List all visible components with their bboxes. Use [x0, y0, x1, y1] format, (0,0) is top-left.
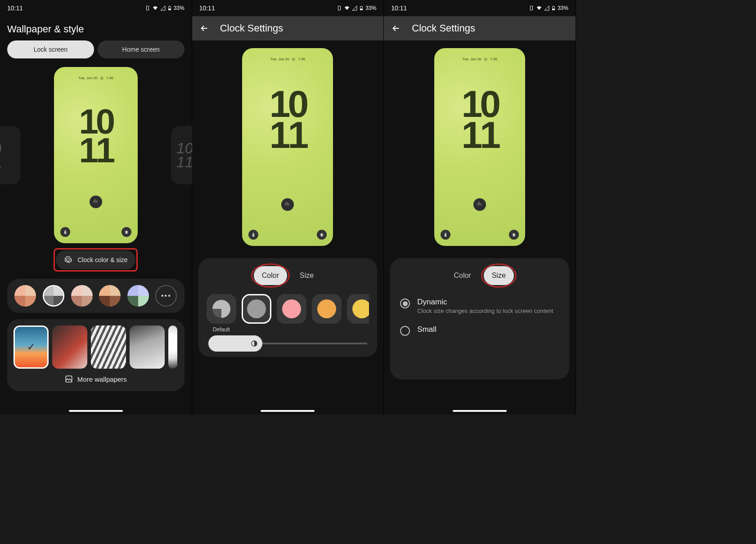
wifi-icon: [152, 5, 158, 11]
preview-bottom-icons: [54, 227, 138, 237]
color-option-label: Default: [213, 326, 230, 333]
wallpaper-card: ✓ More wallpapers: [7, 319, 184, 391]
svg-rect-3: [169, 6, 170, 6]
theme-swatch-4[interactable]: [99, 285, 121, 307]
gear-icon: [64, 256, 72, 264]
home-icon: [122, 227, 131, 237]
page-title: Wallpaper & style: [0, 16, 192, 40]
battery-percent: 33%: [365, 5, 376, 11]
back-arrow-icon[interactable]: [391, 23, 401, 33]
size-option-small[interactable]: Small: [398, 321, 561, 343]
wallpaper-icon: [65, 375, 73, 383]
wallpaper-thumb-4[interactable]: [130, 326, 165, 369]
home-icon: [509, 230, 519, 240]
color-option-orange[interactable]: [312, 294, 342, 324]
saturation-slider[interactable]: [208, 343, 368, 344]
preview-date: Tue, Jun 20 7:30: [78, 76, 113, 80]
fingerprint-icon: [90, 196, 102, 208]
theme-swatch-3[interactable]: [71, 285, 93, 307]
nav-handle[interactable]: [69, 410, 123, 412]
status-bar: 10:11 33%: [192, 0, 384, 16]
nav-handle[interactable]: [261, 410, 315, 412]
theme-swatch-2[interactable]: [43, 285, 64, 307]
tab-lock-screen[interactable]: Lock screen: [7, 40, 94, 58]
theme-swatch-more[interactable]: •••: [155, 285, 177, 307]
svg-rect-6: [338, 6, 341, 10]
preview-bottom-icons: [242, 230, 333, 240]
status-time: 10:11: [391, 4, 407, 12]
theme-swatch-5[interactable]: [127, 285, 149, 307]
option-title: Small: [417, 325, 436, 334]
signal-icon: [160, 5, 166, 11]
signal-icon: [544, 5, 549, 11]
slider-thumb[interactable]: [208, 335, 262, 352]
flashlight-icon: [60, 227, 70, 237]
option-subtitle: Clock size changes according to lock scr…: [417, 308, 553, 314]
tab-home-screen[interactable]: Home screen: [98, 40, 184, 58]
fingerprint-icon: [281, 198, 294, 211]
alarm-icon: [100, 76, 104, 80]
lockscreen-preview[interactable]: Tue, Jun 20 7:30 10 11: [54, 67, 138, 243]
portrait-icon: [529, 5, 534, 11]
preview-clock: 10 11: [79, 107, 112, 165]
tab-color[interactable]: Color: [254, 266, 287, 285]
wallpaper-thumb-3[interactable]: [91, 326, 126, 369]
wifi-icon: [344, 5, 350, 11]
default-color-icon: [212, 299, 231, 318]
clock-style-prev[interactable]: 10 11: [0, 126, 21, 184]
more-wallpapers-button[interactable]: More wallpapers: [13, 369, 179, 385]
svg-rect-8: [360, 9, 363, 10]
tab-size[interactable]: Size: [484, 266, 514, 285]
portrait-icon: [145, 5, 150, 11]
battery-icon: [359, 5, 364, 11]
color-swatch-card: •••: [7, 279, 184, 313]
checkmark-icon: ✓: [27, 341, 35, 353]
clock-settings-highlight: Clock color & size: [0, 244, 192, 272]
svg-rect-15: [552, 9, 554, 10]
preview-date: Tue, Jun 20 7:30: [462, 57, 497, 61]
svg-rect-9: [361, 6, 362, 6]
flashlight-icon: [248, 230, 258, 240]
preview-clock: 10 11: [461, 89, 498, 151]
color-options-row: Default: [207, 294, 369, 333]
status-icons: 33%: [145, 5, 184, 11]
preview-clock: 10 11: [270, 89, 306, 151]
status-icons: 33%: [529, 5, 568, 11]
nav-handle[interactable]: [453, 410, 507, 412]
status-time: 10:11: [199, 4, 215, 12]
alarm-icon: [292, 58, 296, 61]
alarm-icon: [484, 58, 487, 61]
theme-swatch-1[interactable]: [14, 285, 36, 307]
preview-bottom-icons: [434, 230, 525, 240]
color-option-grey[interactable]: [242, 294, 271, 324]
clock-color-size-button[interactable]: Clock color & size: [56, 250, 135, 269]
lockscreen-preview: Tue, Jun 20 7:30 10 11: [434, 48, 525, 246]
wallpaper-thumb-1[interactable]: ✓: [14, 326, 49, 369]
screen-tabs: Lock screen Home screen: [0, 40, 192, 64]
signal-icon: [352, 5, 357, 11]
wallpaper-thumb-5[interactable]: [168, 326, 177, 369]
screen-clock-size: 10:11 33% Clock Settings Tue, Jun 20 7:3…: [384, 0, 576, 415]
svg-rect-16: [553, 6, 554, 6]
option-title: Dynamic: [417, 298, 553, 307]
flashlight-icon: [441, 230, 450, 240]
wifi-icon: [536, 5, 542, 11]
wallpaper-thumb-2[interactable]: [52, 326, 87, 369]
back-arrow-icon[interactable]: [199, 23, 209, 33]
size-option-dynamic[interactable]: Dynamic Clock size changes according to …: [398, 294, 561, 321]
page-title: Clock Settings: [412, 22, 475, 34]
color-option-more[interactable]: [347, 294, 369, 324]
tab-color[interactable]: Color: [446, 266, 479, 285]
color-option-pink[interactable]: [277, 294, 306, 324]
battery-percent: 33%: [558, 5, 568, 11]
home-icon: [317, 230, 327, 240]
tab-size[interactable]: Size: [292, 266, 322, 285]
svg-rect-2: [168, 9, 171, 10]
battery-percent: 33%: [174, 5, 184, 11]
color-option-default[interactable]: [207, 294, 236, 324]
status-bar: 10:11 33%: [384, 0, 576, 16]
status-icons: 33%: [337, 5, 376, 11]
clock-settings-panel: Color Size Default: [198, 258, 378, 357]
radio-icon: [400, 299, 410, 308]
portrait-icon: [337, 5, 342, 11]
